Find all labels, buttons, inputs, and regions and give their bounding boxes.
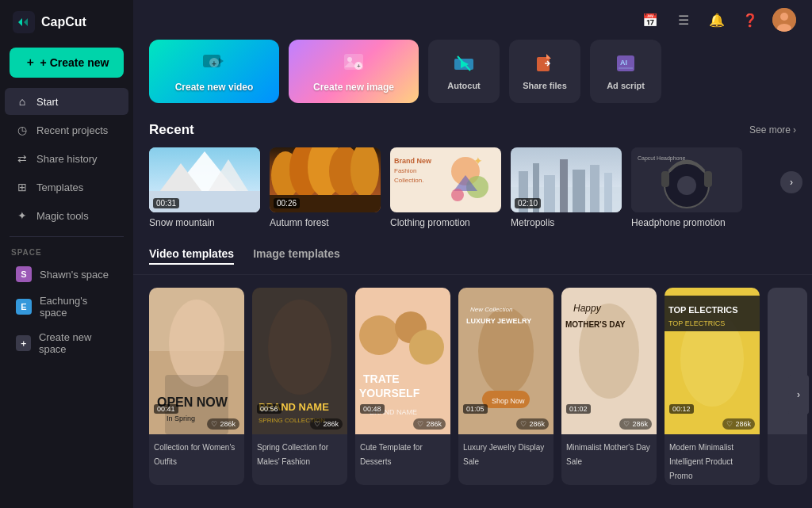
recent-item-2[interactable]: 00:26 Autumn forest (270, 147, 381, 228)
calendar-icon[interactable]: 📅 (639, 9, 661, 31)
quick-actions-row: + Create new video + Create new image Au… (133, 40, 812, 119)
template-likes-3: ♡286k (413, 418, 446, 430)
duration-badge-2: 00:26 (274, 198, 300, 208)
create-video-card[interactable]: + Create new video (149, 40, 279, 103)
bell-icon[interactable]: 🔔 (706, 9, 728, 31)
svg-rect-45 (544, 175, 555, 212)
duration-badge-4: 02:10 (515, 198, 541, 208)
svg-text:AI: AI (620, 59, 627, 67)
grid-icon: ⊞ (16, 181, 29, 193)
autocut-card[interactable]: Autocut (428, 40, 500, 103)
templates-next-button[interactable]: › (788, 375, 809, 414)
menu-icon[interactable]: ☰ (672, 9, 695, 31)
video-icon: + (201, 50, 227, 75)
svg-rect-54 (704, 171, 712, 187)
svg-rect-53 (661, 171, 669, 187)
templates-tabs-row: Video templates Image templates (133, 244, 812, 275)
chevron-right-icon: › (793, 124, 796, 136)
recent-item-3[interactable]: Brand New Fashion Collection. ✦ Clothing… (390, 147, 501, 228)
svg-text:TOP ELECTRICS: TOP ELECTRICS (668, 319, 725, 327)
template-duration-3: 00:48 (360, 404, 385, 414)
image-icon: + (341, 50, 366, 75)
user-avatar[interactable] (772, 8, 796, 32)
autumn-forest-thumb: 00:26 (270, 147, 381, 212)
template-name-5: Minimalist Mother's Day Sale (566, 443, 650, 466)
template-card-4[interactable]: New Collection LUXURY JEWELRY Shop Now 0… (458, 288, 553, 485)
template-card-2[interactable]: BRAND NAME SPRING COLLECTION 00:56 ♡286k… (252, 288, 347, 485)
template-name-3: Cute Template for Desserts (360, 443, 423, 466)
metropolis-thumb: 02:10 (511, 147, 622, 212)
template-card-1[interactable]: OPEN NOW In Spring 00:41 ♡286k Collectio… (149, 288, 244, 485)
template-likes-4: ♡286k (516, 418, 549, 430)
svg-rect-49 (604, 173, 612, 212)
home-icon: ⌂ (16, 95, 29, 108)
recent-next-button[interactable]: › (780, 171, 802, 193)
svg-text:Happy: Happy (573, 303, 602, 314)
see-more-button[interactable]: See more › (749, 124, 796, 136)
svg-text:✦: ✦ (473, 155, 483, 167)
share-icon: ⇄ (16, 152, 29, 165)
sidebar-divider (10, 236, 124, 237)
svg-point-70 (409, 330, 444, 365)
svg-point-58 (169, 300, 224, 387)
sidebar-item-magic[interactable]: ✦ Magic tools (5, 202, 128, 229)
recent-title: Recent (149, 122, 194, 138)
svg-text:+: + (357, 63, 361, 70)
sidebar: CapCut ＋ + Create new ⌂ Start ◷ Recent p… (0, 0, 133, 508)
svg-point-68 (359, 315, 399, 355)
svg-text:TOP ELECTRICS: TOP ELECTRICS (668, 305, 738, 315)
sidebar-item-recent[interactable]: ◷ Recent projects (5, 116, 128, 143)
share-icon (534, 52, 556, 74)
recent-item-5[interactable]: Capcut Headphone Headphone promotion (631, 147, 742, 228)
ad-script-card[interactable]: AI Ad script (590, 40, 661, 103)
sidebar-item-start[interactable]: ⌂ Start (5, 88, 128, 115)
template-name-1: Collection for Women's Outfits (154, 443, 235, 466)
clock-icon: ◷ (16, 124, 29, 136)
recent-name-2: Autumn forest (270, 217, 381, 228)
space-section-label: SPACE (0, 243, 133, 260)
template-duration-6: 00:12 (669, 404, 694, 414)
svg-point-9 (347, 57, 352, 62)
template-duration-5: 01:02 (566, 404, 591, 414)
autocut-icon (453, 52, 475, 74)
sidebar-item-templates[interactable]: ⊞ Templates (5, 174, 128, 201)
template-card-3[interactable]: TRATE YOURSELF BRAND NAME 00:48 ♡286k Cu… (355, 288, 450, 485)
recent-name-5: Headphone promotion (631, 217, 742, 228)
main-content: 📅 ☰ 🔔 ❓ + Create new video (133, 0, 812, 508)
svg-point-64 (268, 300, 331, 395)
svg-text:New Collection: New Collection (470, 306, 513, 313)
create-image-card[interactable]: + Create new image (289, 40, 419, 103)
tab-video-templates[interactable]: Video templates (149, 244, 234, 265)
duration-badge-1: 00:31 (153, 198, 179, 208)
sidebar-item-shawn-space[interactable]: S Shawn's space (5, 261, 128, 288)
svg-text:Collection.: Collection. (394, 177, 423, 184)
recent-item-1[interactable]: 00:31 Snow mountain (149, 147, 260, 228)
svg-point-81 (579, 304, 639, 399)
recent-name-3: Clothing promotion (390, 217, 501, 228)
create-new-button[interactable]: ＋ + Create new (10, 48, 124, 78)
template-card-6[interactable]: TOP ELECTRICS TOP ELECTRICS 00:12 ♡286k … (665, 288, 760, 485)
avatar-image (772, 8, 796, 32)
recent-name-1: Snow mountain (149, 217, 260, 228)
help-icon[interactable]: ❓ (739, 9, 761, 31)
recent-name-4: Metropolis (511, 217, 622, 228)
svg-rect-16 (537, 57, 550, 71)
sidebar-item-share[interactable]: ⇄ Share history (5, 145, 128, 172)
sidebar-item-create-space[interactable]: ＋ Create new space (5, 326, 128, 361)
template-likes-5: ♡286k (619, 418, 652, 430)
svg-rect-48 (590, 165, 599, 212)
logo: CapCut (0, 0, 133, 44)
add-space-icon: ＋ (16, 335, 31, 351)
template-cards-row: OPEN NOW In Spring 00:41 ♡286k Collectio… (133, 288, 812, 501)
recent-item-4[interactable]: 02:10 Metropolis (511, 147, 622, 228)
svg-marker-5 (219, 58, 224, 64)
share-files-card[interactable]: Share files (509, 40, 580, 103)
wand-icon: ✦ (16, 209, 29, 222)
template-card-5[interactable]: Happy MOTHER'S DAY 01:02 ♡286k Minimalis… (561, 288, 657, 485)
template-name-2: Spring Collection for Males' Fashion (257, 443, 328, 466)
svg-text:MOTHER'S DAY: MOTHER'S DAY (565, 320, 626, 329)
tab-image-templates[interactable]: Image templates (253, 244, 340, 265)
ad-script-icon: AI (615, 52, 637, 74)
template-duration-1: 00:41 (154, 404, 178, 414)
sidebar-item-eachung-space[interactable]: E Eachung's space (5, 289, 128, 324)
